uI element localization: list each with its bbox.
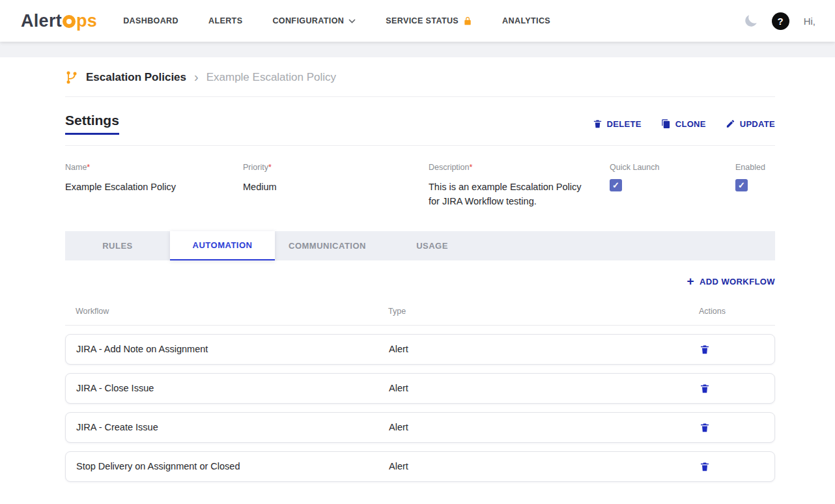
table-row: Stop Delivery on Assignment or Closed Al… bbox=[65, 451, 775, 482]
enabled-checkbox[interactable]: ✓ bbox=[735, 179, 748, 191]
clone-button[interactable]: CLONE bbox=[661, 119, 706, 129]
table-row: JIRA - Create Issue Alert bbox=[65, 412, 775, 443]
column-header-actions: Actions bbox=[690, 307, 775, 316]
delete-button[interactable]: DELETE bbox=[593, 119, 642, 129]
logo-o-icon bbox=[63, 15, 76, 28]
field-enabled: Enabled ✓ bbox=[735, 163, 765, 209]
nav-item-alerts[interactable]: ALERTS bbox=[208, 16, 242, 25]
required-asterisk: * bbox=[268, 163, 272, 172]
column-header-workflow: Workflow bbox=[76, 307, 388, 316]
escalation-branch-icon bbox=[65, 70, 78, 85]
delete-workflow-button[interactable] bbox=[690, 461, 774, 472]
tab-usage[interactable]: USAGE bbox=[380, 231, 485, 260]
field-name: Name* Example Escalation Policy bbox=[65, 163, 243, 209]
delete-workflow-button[interactable] bbox=[690, 344, 774, 355]
quick-launch-label: Quick Launch bbox=[610, 163, 735, 172]
workflow-type: Alert bbox=[389, 383, 690, 393]
breadcrumb-current: Example Escalation Policy bbox=[206, 71, 336, 84]
quick-launch-checkbox[interactable]: ✓ bbox=[610, 179, 622, 191]
nav-item-configuration[interactable]: CONFIGURATION bbox=[272, 16, 356, 25]
chevron-down-icon bbox=[348, 19, 356, 23]
tab-communication[interactable]: COMMUNICATION bbox=[275, 231, 380, 260]
workflow-name: JIRA - Close Issue bbox=[76, 383, 389, 393]
main-content: Escalation Policies › Example Escalation… bbox=[0, 70, 835, 482]
workflow-table-header: Workflow Type Actions bbox=[65, 307, 775, 326]
column-header-type: Type bbox=[388, 307, 690, 316]
workflow-name: JIRA - Add Note on Assignment bbox=[76, 344, 389, 354]
logo-text-alert: Alert bbox=[21, 11, 62, 31]
required-asterisk: * bbox=[87, 163, 90, 172]
priority-value: Medium bbox=[243, 180, 407, 195]
top-navbar: Alertps DASHBOARD ALERTS CONFIGURATION S… bbox=[0, 0, 835, 42]
description-value: This is an example Escalation Policy for… bbox=[429, 180, 593, 209]
alertops-logo[interactable]: Alertps bbox=[21, 11, 97, 31]
update-button[interactable]: UPDATE bbox=[726, 119, 775, 129]
add-workflow-row: + ADD WORKFLOW bbox=[65, 276, 775, 287]
workflow-name: JIRA - Create Issue bbox=[76, 422, 389, 432]
workflow-name: Stop Delivery on Assignment or Closed bbox=[76, 461, 389, 471]
settings-fields: Name* Example Escalation Policy Priority… bbox=[65, 163, 775, 209]
logo-text-ps: ps bbox=[76, 11, 97, 31]
breadcrumb-section[interactable]: Escalation Policies bbox=[86, 71, 186, 84]
trash-icon bbox=[593, 119, 602, 129]
table-row: JIRA - Close Issue Alert bbox=[65, 373, 775, 404]
name-label: Name bbox=[65, 163, 87, 172]
tab-bar: RULES AUTOMATION COMMUNICATION USAGE bbox=[65, 231, 775, 260]
add-workflow-button[interactable]: + ADD WORKFLOW bbox=[687, 276, 776, 287]
name-value: Example Escalation Policy bbox=[65, 180, 229, 195]
dark-mode-moon-icon[interactable] bbox=[743, 13, 759, 29]
user-greeting: Hi, bbox=[804, 16, 815, 27]
subheader-band bbox=[0, 42, 835, 57]
lock-icon bbox=[463, 16, 472, 26]
priority-label: Priority bbox=[243, 163, 268, 172]
nav-item-dashboard[interactable]: DASHBOARD bbox=[123, 16, 178, 25]
required-asterisk: * bbox=[470, 163, 473, 172]
breadcrumb-separator: › bbox=[194, 70, 199, 83]
enabled-label: Enabled bbox=[735, 163, 765, 172]
tab-automation[interactable]: AUTOMATION bbox=[170, 231, 275, 260]
nav-item-service-status[interactable]: SERVICE STATUS bbox=[386, 16, 472, 26]
description-label: Description bbox=[429, 163, 470, 172]
delete-workflow-button[interactable] bbox=[690, 383, 774, 394]
field-quick-launch: Quick Launch ✓ bbox=[610, 163, 735, 209]
page-title: Settings bbox=[65, 113, 119, 135]
delete-workflow-button[interactable] bbox=[690, 422, 774, 433]
header-right: ? Hi, bbox=[743, 12, 815, 30]
tab-rules[interactable]: RULES bbox=[65, 231, 170, 260]
settings-actions: DELETE CLONE UPDATE bbox=[593, 119, 775, 129]
workflow-type: Alert bbox=[389, 422, 690, 432]
workflow-type: Alert bbox=[389, 461, 690, 471]
copy-icon bbox=[661, 119, 671, 129]
nav-item-analytics[interactable]: ANALYTICS bbox=[502, 16, 550, 25]
breadcrumb: Escalation Policies › Example Escalation… bbox=[65, 70, 775, 97]
help-icon[interactable]: ? bbox=[772, 12, 789, 30]
field-priority: Priority* Medium bbox=[243, 163, 429, 209]
settings-header-row: Settings DELETE CLONE UPDATE bbox=[65, 113, 775, 146]
plus-icon: + bbox=[687, 275, 695, 287]
pencil-icon bbox=[726, 119, 735, 129]
main-nav: DASHBOARD ALERTS CONFIGURATION SERVICE S… bbox=[123, 16, 550, 26]
field-description: Description* This is an example Escalati… bbox=[429, 163, 610, 209]
workflow-type: Alert bbox=[389, 344, 690, 354]
table-row: JIRA - Add Note on Assignment Alert bbox=[65, 334, 775, 365]
